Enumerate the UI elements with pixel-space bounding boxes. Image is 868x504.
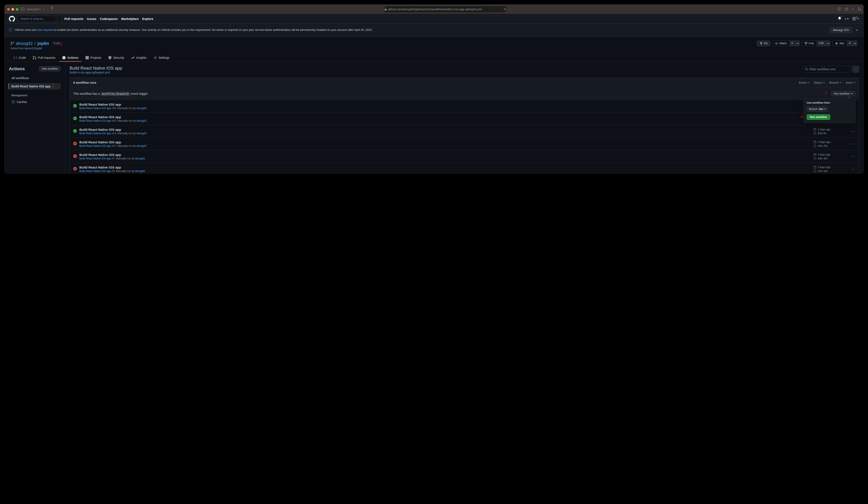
tabs-icon[interactable] — [858, 7, 861, 11]
tab-settings[interactable]: Settings — [151, 54, 173, 62]
branch-select[interactable]: Branch: dev — [807, 106, 828, 112]
run-workflow-link[interactable]: Build React Native iOS app — [79, 132, 111, 135]
run-more-icon[interactable]: ⋯ — [851, 154, 855, 159]
close-banner-icon[interactable]: ✕ — [855, 28, 859, 33]
forward-button[interactable]: › — [47, 8, 48, 11]
tab-security[interactable]: Security — [105, 54, 127, 62]
separator: / — [34, 41, 36, 46]
shield-icon[interactable] — [51, 6, 53, 12]
more-options-button[interactable]: ⋯ — [852, 66, 859, 73]
new-workflow-button[interactable]: New workflow — [39, 66, 61, 71]
calendar-icon — [813, 166, 816, 169]
github-logo-icon[interactable] — [9, 16, 15, 22]
run-title[interactable]: Build React Native iOS app — [79, 153, 811, 157]
run-actor-link[interactable]: ahoog42 — [136, 144, 146, 147]
repo-owner-link[interactable]: ahoog42 — [16, 41, 33, 46]
fail-icon — [73, 167, 77, 171]
tab-title[interactable]: new post — [27, 8, 41, 11]
close-window[interactable] — [7, 8, 10, 11]
sidebar-all-workflows[interactable]: All workflows — [9, 75, 61, 81]
forked-from-link[interactable]: laurent22/joplin — [24, 47, 42, 50]
notifications-icon[interactable] — [838, 17, 841, 21]
nav-codespaces[interactable]: Codespaces — [100, 17, 118, 21]
run-workflow-link[interactable]: Build React Native iOS app — [79, 119, 111, 122]
sidebar-caches[interactable]: Caches — [9, 99, 61, 105]
sidebar-management-header: Management — [11, 94, 61, 97]
downloads-icon[interactable] — [838, 7, 841, 11]
run-title[interactable]: Build React Native iOS app — [79, 103, 811, 106]
svg-point-10 — [806, 42, 807, 43]
new-tab-icon[interactable]: + — [852, 7, 854, 11]
calendar-icon — [813, 153, 816, 156]
run-title[interactable]: Build React Native iOS app — [79, 140, 811, 144]
pin-icon — [760, 42, 763, 45]
tab-actions[interactable]: Actions — [59, 54, 81, 62]
run-row[interactable]: Build React Native iOS app Build React N… — [70, 138, 859, 150]
star-button[interactable]: Star 0 — [832, 41, 857, 46]
pin-button[interactable]: Pin — [757, 41, 771, 46]
nav-explore[interactable]: Explore — [142, 17, 153, 21]
run-workflow-link[interactable]: Build React Native iOS app — [79, 144, 111, 147]
svg-rect-16 — [86, 56, 89, 59]
now-required-link[interactable]: now required — [37, 28, 53, 31]
tab-projects[interactable]: Projects — [82, 54, 104, 62]
filter-status[interactable]: Status — [814, 81, 825, 84]
minimize-window[interactable] — [11, 8, 14, 11]
back-button[interactable]: ‹ — [43, 8, 44, 11]
run-title[interactable]: Build React Native iOS app — [79, 115, 811, 119]
fork-button[interactable]: Fork 3.9k — [802, 41, 831, 46]
repo-name-link[interactable]: joplin — [37, 41, 49, 46]
share-icon[interactable] — [845, 7, 848, 11]
run-row[interactable]: Build React Native iOS app Build React N… — [70, 163, 859, 173]
filter-input[interactable]: Filter workflow runs — [803, 66, 850, 73]
search-input[interactable]: Search or jump to... / — [18, 16, 61, 22]
runs-box: 6 workflow runs Event Status Branch Acto… — [70, 78, 859, 173]
manage-2fa-button[interactable]: Manage 2FA — [830, 27, 852, 33]
address-bar[interactable]: github.com/ahoog42/joplin/actions/workfl… — [385, 6, 506, 12]
run-actor-link[interactable]: ahoog42 — [136, 132, 146, 135]
user-menu[interactable] — [852, 17, 859, 21]
run-row[interactable]: Build React Native iOS app Build React N… — [70, 100, 859, 113]
sidebar-toggle-icon[interactable] — [21, 8, 24, 11]
filter-event[interactable]: Event — [799, 81, 809, 84]
workflow-file-link[interactable]: build-rn-ios-app-spfexpert.yml — [70, 71, 110, 74]
maximize-window[interactable] — [16, 8, 18, 11]
nav-pull-requests[interactable]: Pull requests — [64, 17, 83, 21]
run-workflow-submit-button[interactable]: Run workflow — [807, 114, 830, 120]
tab-insights[interactable]: Insights — [128, 54, 149, 62]
run-row[interactable]: Build React Native iOS app Build React N… — [70, 125, 859, 138]
tab-code[interactable]: Code — [11, 54, 29, 62]
sidebar: Actions New workflow All workflows Build… — [4, 62, 65, 173]
tab-pull-requests[interactable]: Pull requests — [30, 54, 58, 62]
banner-text: GitHub users are now required to enable … — [15, 28, 827, 32]
svg-point-18 — [12, 100, 14, 101]
run-more-icon[interactable]: ⋯ — [851, 129, 855, 134]
nav-issues[interactable]: Issues — [87, 17, 96, 21]
run-workflow-dropdown-button[interactable]: Run workflow — [831, 91, 855, 96]
run-workflow-link[interactable]: Build React Native iOS app — [79, 157, 111, 160]
search-icon — [805, 68, 808, 71]
run-row[interactable]: Build React Native iOS app Build React N… — [70, 150, 859, 163]
run-actor-link[interactable]: ahoog42 — [135, 169, 145, 173]
watch-button[interactable]: Watch 0 — [772, 41, 800, 46]
nav-marketplace[interactable]: Marketplace — [121, 17, 139, 21]
run-title[interactable]: Build React Native iOS app — [79, 128, 811, 131]
run-title[interactable]: Build React Native iOS app — [79, 165, 811, 169]
reload-icon[interactable]: ↻ — [504, 8, 506, 11]
run-actor-link[interactable]: ahoog42 — [135, 157, 145, 160]
run-meta: Build React Native iOS app #11: Manually… — [79, 144, 811, 147]
forked-from: forked from laurent22/joplin — [11, 47, 857, 50]
run-row[interactable]: Build React Native iOS app Build React N… — [70, 113, 859, 125]
svg-rect-30 — [814, 154, 816, 156]
run-actor-link[interactable]: ahoog42 — [136, 119, 146, 122]
annotation-3: 3 — [825, 91, 827, 96]
filter-branch[interactable]: Branch — [829, 81, 841, 84]
run-more-icon[interactable]: ⋯ — [851, 141, 855, 147]
run-workflow-link[interactable]: Build React Native iOS app — [79, 107, 111, 110]
run-more-icon[interactable]: ⋯ — [851, 166, 855, 172]
run-workflow-link[interactable]: Build React Native iOS app — [79, 169, 111, 173]
run-actor-link[interactable]: ahoog42 — [136, 107, 146, 110]
filter-actor[interactable]: Actor — [846, 81, 855, 84]
create-new-icon[interactable]: + — [845, 17, 849, 21]
info-icon — [9, 28, 12, 32]
